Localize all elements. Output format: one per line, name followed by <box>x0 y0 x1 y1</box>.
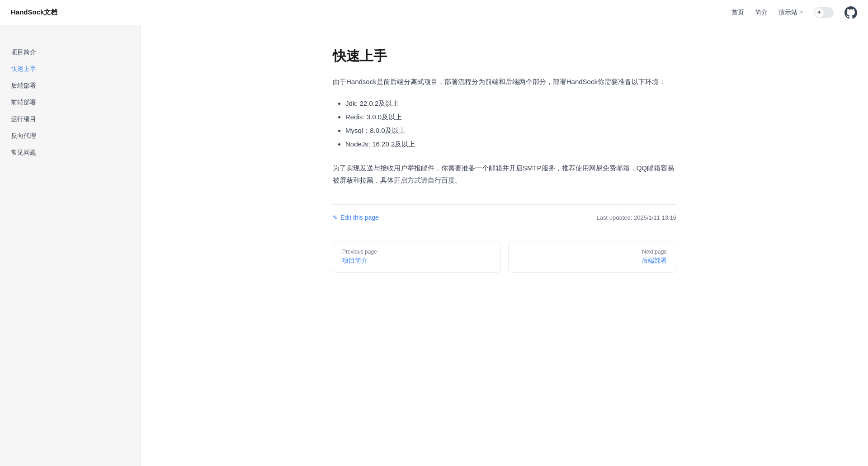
list-item: NodeJs: 16.20.2及以上 <box>345 137 676 151</box>
last-updated: Last updated: 2025/1/11 13:16 <box>597 214 676 221</box>
next-page-title: 后端部署 <box>518 257 667 265</box>
page-navigation: Previous page 项目简介 Next page 后端部署 <box>333 241 676 273</box>
requirements-list: Jdk: 22.0.2及以上 Redis: 3.0.0及以上 Mysql：8.0… <box>333 97 676 151</box>
requirement-mysql: Mysql：8.0.0及以上 <box>345 127 406 134</box>
header-left: HandSock文档 <box>11 8 57 17</box>
main-content: 快速上手 由于Handsock是前后端分离式项目，部署流程分为前端和后端两个部分… <box>141 25 868 466</box>
sidebar-item-faq[interactable]: 常见问题 <box>0 144 141 161</box>
edit-link-label: Edit this page <box>340 214 379 221</box>
site-header: HandSock文档 首页 简介 演示站 ↗ ☀ <box>0 0 868 25</box>
sidebar: 项目简介 快速上手 后端部署 前端部署 运行项目 反向代理 常见问题 <box>0 25 141 466</box>
sidebar-item-project-intro[interactable]: 项目简介 <box>0 44 141 61</box>
prev-page-label: Previous page <box>342 249 491 255</box>
theme-toggle-button[interactable]: ☀ <box>814 7 834 18</box>
prev-page-button[interactable]: Previous page 项目简介 <box>333 241 501 273</box>
edit-section: ✎ Edit this page Last updated: 2025/1/11… <box>333 204 676 230</box>
site-title[interactable]: HandSock文档 <box>11 8 57 17</box>
nav-intro[interactable]: 简介 <box>755 9 768 17</box>
sidebar-item-quickstart[interactable]: 快速上手 <box>0 61 141 77</box>
prev-page-title: 项目简介 <box>342 257 491 265</box>
page-title: 快速上手 <box>333 47 676 65</box>
page-description: 由于Handsock是前后端分离式项目，部署流程分为前端和后端两个部分，部署Ha… <box>333 75 676 88</box>
sidebar-item-run-project[interactable]: 运行项目 <box>0 111 141 127</box>
content-wrapper: 快速上手 由于Handsock是前后端分离式项目，部署流程分为前端和后端两个部分… <box>333 47 676 273</box>
next-page-button[interactable]: Next page 后端部署 <box>508 241 676 273</box>
header-nav: 首页 简介 演示站 ↗ ☀ <box>731 6 857 19</box>
external-link-icon: ↗ <box>799 9 803 15</box>
theme-toggle-knob: ☀ <box>815 8 824 17</box>
github-icon[interactable] <box>844 6 857 19</box>
sidebar-item-backend-deploy[interactable]: 后端部署 <box>0 77 141 94</box>
edit-page-link[interactable]: ✎ Edit this page <box>333 214 379 221</box>
next-page-label: Next page <box>518 249 667 255</box>
main-layout: 项目简介 快速上手 后端部署 前端部署 运行项目 反向代理 常见问题 快速上手 … <box>0 0 868 466</box>
sidebar-item-frontend-deploy[interactable]: 前端部署 <box>0 94 141 111</box>
requirement-jdk: Jdk: 22.0.2及以上 <box>345 99 399 107</box>
edit-icon: ✎ <box>333 214 338 221</box>
requirement-redis: Redis: 3.0.0及以上 <box>345 113 402 121</box>
list-item: Redis: 3.0.0及以上 <box>345 110 676 124</box>
sidebar-divider <box>7 40 133 40</box>
requirement-nodejs: NodeJs: 16.20.2及以上 <box>345 140 415 148</box>
nav-demo[interactable]: 演示站 ↗ <box>778 9 803 17</box>
sun-icon: ☀ <box>817 9 821 15</box>
sidebar-item-reverse-proxy[interactable]: 反向代理 <box>0 127 141 144</box>
list-item: Mysql：8.0.0及以上 <box>345 124 676 137</box>
email-note: 为了实现发送与接收用户举报邮件，你需要准备一个邮箱并开启SMTP服务，推荐使用网… <box>333 162 676 186</box>
list-item: Jdk: 22.0.2及以上 <box>345 97 676 110</box>
nav-home[interactable]: 首页 <box>731 9 744 17</box>
